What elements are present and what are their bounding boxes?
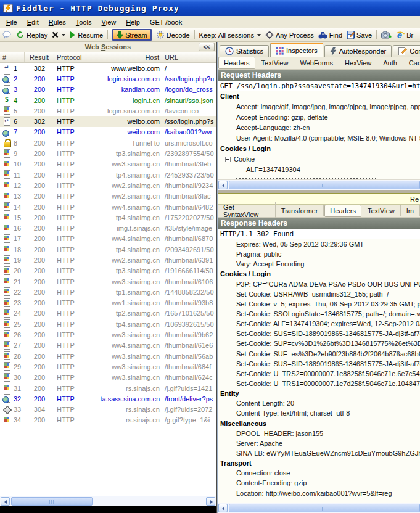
session-url: /thumbnail/6870 [162, 235, 216, 242]
request-tab-headers[interactable]: Headers [218, 57, 255, 69]
response-tab-im[interactable]: Im [401, 205, 420, 216]
session-row[interactable]: 15200HTTPtp4.sinaimg.cn/1752202027/50 [0, 212, 216, 223]
scroll-thumb[interactable] [229, 181, 420, 189]
find-button[interactable]: Find [318, 31, 342, 39]
menu-get-book[interactable]: GET /book [145, 17, 187, 28]
session-row[interactable]: 28200HTTPww3.sinaimg.cn/thumbnail/56ab [0, 351, 216, 361]
screenshot-button[interactable] [381, 31, 392, 39]
replay-button[interactable]: Replay [16, 31, 47, 39]
session-row[interactable]: 18200HTTPtp4.sinaimg.cn/2093492691/50 [0, 244, 216, 255]
browse-button[interactable]: e Br [396, 31, 413, 39]
session-number: 4 [14, 97, 17, 104]
menu-help[interactable]: Help [121, 17, 145, 28]
session-row[interactable]: 33304HTTPrs.sinajs.cn/j.gif?uids=2072 [0, 404, 216, 415]
session-row[interactable]: 3200HTTPkandian.com/logon/do_cross [0, 84, 216, 95]
session-row[interactable]: 10200HTTPww3.sinaimg.cn/thumbnail/3feb [0, 159, 216, 170]
session-protocol: HTTP [54, 224, 89, 232]
session-row[interactable]: 17200HTTPww4.sinaimg.cn/thumbnail/6870 [0, 234, 216, 244]
session-row[interactable]: 14200HTTPww4.sinaimg.cn/thumbnail/6482 [0, 202, 216, 212]
session-row[interactable]: 26200HTTPww3.sinaimg.cn/thumbnail/9b62 [0, 329, 216, 340]
session-row[interactable]: 25200HTTPtp4.sinaimg.cn/1069392615/50 [0, 319, 216, 329]
resume-button[interactable]: Resume [70, 31, 103, 39]
tab-inspectors[interactable]: Inspectors [270, 43, 323, 57]
session-row[interactable]: 11200HTTPtp4.sinaimg.cn/2452933723/50 [0, 170, 216, 180]
response-tab-textview[interactable]: TextView [362, 205, 401, 216]
response-horizontal-scrollbar[interactable] [218, 503, 420, 513]
session-row[interactable]: 1302HTTPwww.weibo.com/ [0, 63, 216, 73]
decode-toggle-button[interactable]: Decode [156, 31, 190, 39]
request-horizontal-scrollbar[interactable] [218, 179, 420, 190]
session-row[interactable]: 32200HTTPta.sass.sina.com.cn/front/deliv… [0, 393, 216, 404]
session-row[interactable]: 16200HTTPimg.t.sinajs.cn/t35/style/image [0, 223, 216, 233]
comment-button[interactable] [2, 31, 12, 39]
image-icon [2, 234, 12, 244]
column-header-result[interactable]: Result [25, 52, 54, 62]
tab-autoresponder[interactable]: AutoResponder [324, 45, 392, 57]
any-process-button[interactable]: Any Process [265, 31, 314, 39]
menu-view[interactable]: View [97, 17, 121, 28]
scroll-right-arrow-icon[interactable] [206, 497, 215, 506]
request-tab-hexview[interactable]: HexView [339, 57, 377, 68]
toolbar: Replay Resume Stream Decode Keep: All se… [0, 28, 420, 42]
scroll-left-arrow-icon[interactable] [1, 497, 10, 506]
session-row[interactable]: 22200HTTPtp1.sinaimg.cn/1448858232/50 [0, 287, 216, 297]
scroll-left-arrow-icon[interactable] [218, 181, 228, 189]
session-row[interactable]: 30200HTTPww3.sinaimg.cn/thumbnail/624c [0, 372, 216, 383]
menu-edit[interactable]: Edit [22, 17, 44, 28]
request-tab-cac[interactable]: Cac [403, 57, 420, 68]
menu-file[interactable]: File [1, 17, 22, 28]
response-tab-transformer[interactable]: Transformer [276, 205, 324, 216]
session-row[interactable]: 12200HTTPww2.sinaimg.cn/thumbnail/9234 [0, 180, 216, 191]
save-button[interactable]: Save [347, 31, 372, 39]
response-tab-headers[interactable]: Headers [324, 205, 361, 217]
scroll-thumb[interactable] [11, 497, 93, 506]
column-header-num[interactable]: # [0, 52, 25, 62]
scroll-thumb[interactable] [229, 504, 420, 512]
scroll-left-arrow-icon[interactable] [218, 504, 228, 512]
column-header-protocol[interactable]: Protocol [54, 52, 89, 62]
session-row[interactable]: 23200HTTPww1.sinaimg.cn/thumbnail/93b8 [0, 298, 216, 308]
session-host: ta.sass.sina.com.cn [89, 395, 162, 403]
request-tab-webforms[interactable]: WebForms [294, 57, 339, 68]
session-row[interactable]: 9200HTTPtp3.sinaimg.cn/2392897554/50 [0, 148, 216, 158]
session-row[interactable]: 29200HTTPww3.sinaimg.cn/thumbnail/684f [0, 361, 216, 372]
tab-statistics[interactable]: Statistics [220, 45, 269, 57]
session-row[interactable]: 21200HTTPww3.sinaimg.cn/thumbnail/6106 [0, 276, 216, 287]
session-result: 200 [25, 363, 54, 371]
session-row[interactable]: 4200HTTPlogin.t.cn/sinaurl/sso.json [0, 95, 216, 105]
keep-sessions-dropdown[interactable]: Keep: All sessions [199, 31, 261, 39]
header-line: Set-Cookie: U_TRS2=00000007.1e88258f.504… [218, 369, 420, 379]
session-row[interactable]: 19200HTTPww2.sinaimg.cn/thumbnail/6391 [0, 255, 216, 265]
session-row[interactable]: 20200HTTPtp3.sinaimg.cn/1916666114/50 [0, 266, 216, 276]
sessions-horizontal-scrollbar[interactable] [0, 496, 216, 506]
session-row[interactable]: 8200HTTPTunnel tours.microsoft.co [0, 137, 216, 148]
session-row[interactable]: 2200HTTPlogin.sina.com.cn/sso/login.php?… [0, 73, 216, 84]
image-icon [2, 373, 12, 382]
session-result: 200 [25, 192, 54, 200]
session-row[interactable]: 5200HTTPlogin.sina.com.cn/favicon.ico [0, 105, 216, 116]
session-row[interactable]: 24200HTTPtp2.sinaimg.cn/1657101625/50 [0, 308, 216, 319]
menu-rules[interactable]: Rules [44, 17, 71, 28]
session-row[interactable]: 31200HTTPrs.sinajs.cn/j.gif?uids=1421 [0, 383, 216, 393]
session-id-cell: 29 [0, 362, 25, 371]
collapse-minus-icon[interactable] [225, 157, 231, 162]
session-row[interactable]: 13200HTTPww2.sinaimg.cn/thumbnail/8fac [0, 191, 216, 202]
session-row[interactable]: 7200HTTPweibo.com/kaibao001?wvr [0, 127, 216, 137]
composer-pencil-icon [398, 47, 407, 55]
column-header-host[interactable]: Host [89, 52, 162, 62]
stream-toggle-button[interactable]: Stream [112, 29, 151, 41]
request-tab-textview[interactable]: TextView [256, 57, 295, 68]
remove-dropdown-arrow-icon[interactable] [62, 34, 65, 36]
header-line: Accept-Language: zh-cn [218, 123, 420, 133]
header-line: Content-Length: 20 [218, 398, 420, 408]
collapse-panel-button[interactable]: << [199, 43, 215, 51]
tab-comp[interactable]: Comp [393, 45, 420, 57]
column-header-url[interactable]: URL [162, 52, 216, 62]
session-row[interactable]: 6302HTTPweibo.com/sso/login.php?s [0, 116, 216, 126]
session-result: 302 [25, 118, 54, 125]
session-row[interactable]: 27200HTTPww4.sinaimg.cn/thumbnail/61e6 [0, 340, 216, 351]
remove-sessions-button[interactable] [52, 31, 65, 38]
session-row[interactable]: 34200HTTPrs.sinajs.cn/g.gif?type=1&i [0, 415, 216, 425]
menu-tools[interactable]: Tools [71, 17, 97, 28]
request-tab-auth[interactable]: Auth [377, 57, 403, 68]
